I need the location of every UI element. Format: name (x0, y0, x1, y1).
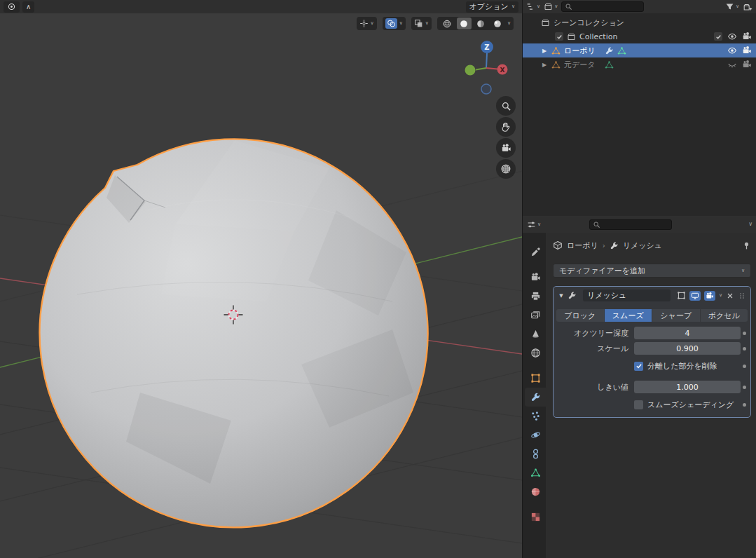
modifier-extras-dropdown[interactable]: ∨ (719, 293, 722, 298)
mode-sharp-button[interactable]: シャープ (652, 309, 700, 322)
pin-icon[interactable] (742, 241, 751, 250)
mode-voxel-button[interactable]: ボクセル (701, 309, 748, 322)
outliner-filter-button[interactable]: ∨ (725, 2, 739, 11)
chevron-down-icon[interactable]: ∨ (748, 222, 752, 227)
shading-rendered-button[interactable] (490, 18, 505, 29)
zoom-icon (501, 101, 511, 111)
animate-dot[interactable] (743, 386, 746, 389)
mode-block-button[interactable]: ブロック (556, 309, 604, 322)
show-gizmos-toggle[interactable]: ∨ (357, 17, 377, 30)
props-tab-object-data[interactable] (525, 463, 546, 482)
props-tab-modifiers[interactable] (525, 388, 546, 407)
collection-exclude-checkbox[interactable] (555, 32, 563, 41)
navigation-gizmo[interactable]: Z X (455, 36, 518, 100)
disclosure-icon[interactable]: ▶ (541, 62, 548, 68)
camera-icon[interactable] (742, 60, 752, 69)
overlays-active-highlight (385, 18, 397, 29)
mesh-data-icon[interactable] (605, 60, 614, 69)
shading-material-button[interactable] (474, 18, 488, 29)
eye-icon[interactable] (727, 32, 737, 41)
editor-type-button[interactable] (4, 1, 20, 13)
outliner-row-collection[interactable]: Collection (523, 29, 756, 43)
options-label: オプション (469, 1, 509, 12)
viewport-3d[interactable]: ∧ オプション ∨ ∨ ∨ ∨ (0, 0, 522, 558)
outliner-row-scene-collection[interactable]: シーンコレクション (523, 15, 756, 29)
eye-closed-icon[interactable] (727, 60, 737, 69)
props-tab-object[interactable] (525, 369, 546, 388)
props-tab-world[interactable] (525, 343, 546, 362)
props-tab-texture[interactable] (525, 508, 546, 526)
threshold-field[interactable]: 1.000 (634, 381, 741, 393)
edit-mode-display-toggle[interactable] (677, 291, 686, 300)
selectability-checkbox[interactable] (714, 32, 722, 41)
props-tab-physics[interactable] (525, 426, 546, 444)
render-display-toggle[interactable] (704, 291, 715, 301)
disclosure-icon[interactable]: ▶ (541, 48, 548, 54)
perspective-toggle-button[interactable] (496, 159, 516, 179)
chevron-down-icon: ∨ (425, 21, 429, 26)
animate-dot[interactable] (743, 403, 746, 407)
outliner-search-input[interactable] (575, 3, 633, 11)
zoom-button[interactable] (496, 96, 516, 116)
new-collection-button[interactable] (743, 2, 752, 12)
props-tab-tool[interactable] (525, 243, 546, 261)
breadcrumb-object[interactable]: ローポリ (567, 240, 598, 251)
props-tab-scene[interactable] (525, 325, 546, 343)
props-tab-output[interactable] (525, 287, 546, 306)
drag-grip-icon[interactable] (738, 292, 746, 300)
props-tab-material[interactable] (525, 482, 546, 501)
viewport-canvas[interactable] (0, 0, 522, 558)
camera-icon[interactable] (742, 46, 752, 55)
xray-toggle[interactable]: ∨ (411, 17, 432, 30)
camera-view-button[interactable] (496, 138, 516, 158)
animate-dot[interactable] (743, 365, 746, 368)
gizmo-y-axis[interactable] (465, 65, 476, 76)
panel-expand-icon[interactable]: ▼ (558, 293, 565, 299)
outliner-display-mode-button[interactable]: ∨ (544, 2, 558, 11)
outliner-row-original[interactable]: ▶ 元データ (523, 57, 756, 72)
check-icon (635, 362, 642, 369)
outliner-row-lowpoly[interactable]: ▶ ローポリ (523, 43, 756, 57)
options-dropdown[interactable]: オプション ∨ (466, 1, 518, 13)
blender-window: ∧ オプション ∨ ∨ ∨ ∨ (0, 0, 756, 558)
overlays-icon (387, 19, 396, 28)
outliner-editor-type-button[interactable]: ∨ (526, 2, 540, 11)
mesh-data-icon[interactable] (617, 46, 626, 55)
pan-button[interactable] (496, 117, 516, 137)
props-tab-particles[interactable] (525, 407, 546, 426)
search-icon (565, 3, 572, 11)
show-overlays-toggle[interactable]: ∨ (383, 17, 406, 30)
modifier-name-field[interactable]: リメッシュ (583, 290, 671, 301)
octree-depth-field[interactable]: 4 (634, 327, 741, 339)
scale-field[interactable]: 0.900 (634, 342, 741, 355)
animate-dot[interactable] (743, 347, 746, 351)
eye-icon[interactable] (727, 46, 737, 55)
falloff-icon: ∧ (26, 3, 31, 11)
shading-wireframe-button[interactable] (440, 18, 455, 29)
smooth-shading-checkbox[interactable] (634, 400, 643, 409)
funnel-icon (725, 2, 734, 11)
shading-solid-button[interactable] (457, 18, 472, 29)
props-tab-view-layer[interactable] (525, 306, 546, 325)
animate-dot[interactable] (743, 332, 746, 335)
properties-editor-type-button[interactable]: ∨ (527, 220, 541, 229)
chevron-down-icon: ∨ (736, 4, 739, 9)
breadcrumb-modifier[interactable]: リメッシュ (623, 240, 662, 251)
props-tab-render[interactable] (525, 268, 546, 287)
gizmo-neg-z-axis[interactable] (481, 84, 491, 94)
chevron-down-icon: ∨ (554, 4, 558, 9)
camera-icon[interactable] (742, 32, 752, 41)
realtime-display-toggle[interactable] (689, 291, 701, 301)
props-tab-constraints[interactable] (525, 444, 546, 463)
add-modifier-button[interactable]: モディファイアーを追加 ∨ (553, 264, 751, 278)
modifier-wrench-icon[interactable] (605, 46, 614, 55)
xray-icon (414, 19, 423, 28)
close-icon[interactable] (726, 292, 734, 300)
properties-search[interactable] (589, 219, 672, 230)
remove-disconnected-checkbox[interactable] (634, 362, 643, 371)
properties-search-input[interactable] (603, 221, 661, 229)
outliner-search[interactable] (561, 1, 644, 12)
modifier-header-buttons: ∨ (677, 291, 746, 301)
proportional-editing-button[interactable]: ∧ (22, 1, 34, 13)
mode-smooth-button[interactable]: スムーズ (605, 309, 652, 322)
